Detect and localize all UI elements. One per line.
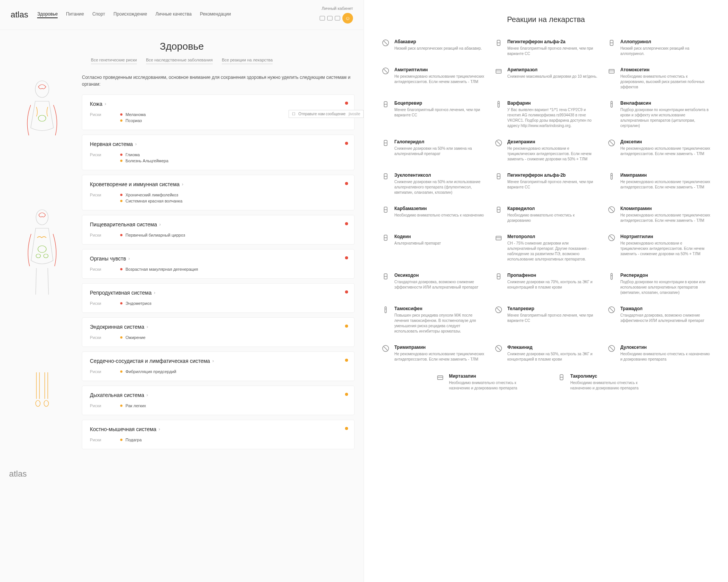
medication-item[interactable]: Атомоксетин Необходимо внимательно отнес… <box>607 67 711 90</box>
svg-rect-12 <box>496 69 501 73</box>
account-label[interactable]: Личный кабинет <box>322 6 353 11</box>
medication-item[interactable]: Доксепин Не рекомендовано использование … <box>607 139 711 162</box>
risk-item: Системная красная волчанка <box>120 199 182 203</box>
logo[interactable]: atlas <box>11 10 28 20</box>
medication-name: Дезипрамин <box>507 139 598 144</box>
medication-name: Телапревир <box>507 306 598 311</box>
medication-item[interactable]: Боцепревир Менее благоприятный прогноз л… <box>381 100 485 129</box>
medication-item[interactable]: Миртазапин Необходимо внимательно отнест… <box>436 373 535 391</box>
medication-icon <box>607 206 616 214</box>
medication-icon <box>494 273 503 281</box>
medication-name: Тамоксифен <box>394 306 485 311</box>
medication-item[interactable]: Кодеин Альтернативный препарат <box>381 234 485 262</box>
chevron-right-icon: › <box>146 392 148 398</box>
medication-item[interactable]: Галоперидол Снижение дозировки на 50% ил… <box>381 139 485 162</box>
medication-item[interactable]: Метопролол СН - 75% снижение дозировки и… <box>494 234 598 262</box>
medication-name: Галоперидол <box>394 139 485 144</box>
system-card[interactable]: Органы чувств› РискиВозрастная макулярна… <box>82 249 355 279</box>
risks-list: Фибрилляция предсердий <box>120 369 176 375</box>
severity-dot-icon <box>345 427 348 430</box>
risks-list: Эндометриоз <box>120 301 151 307</box>
medication-item[interactable]: Тримипрамин Не рекомендовано использован… <box>381 345 485 362</box>
system-card[interactable]: Костно-мышечная система› РискиПодагра <box>82 420 355 449</box>
nav-item-3[interactable]: Происхождение <box>113 11 147 18</box>
nav-item-2[interactable]: Спорт <box>92 11 105 18</box>
medication-icon <box>494 39 503 47</box>
medication-icon <box>607 139 616 147</box>
medication-item[interactable]: Карбамазепин Необходимо внимательно отне… <box>381 206 485 223</box>
card-title: Репродуктивная система› <box>90 290 347 296</box>
system-card[interactable]: Пищеварительная система› РискиПервичный … <box>82 215 355 245</box>
avatar[interactable]: ☺ <box>342 13 353 24</box>
system-card[interactable]: Нервная система› РискиГлиомаБолезнь Альц… <box>82 135 355 170</box>
medication-item[interactable]: Абакавир Низкий риск аллергических реакц… <box>381 39 485 56</box>
system-card[interactable]: Сердечно-сосудистая и лимфатическая сист… <box>82 351 355 381</box>
risk-item: Меланома <box>120 112 146 117</box>
medication-item[interactable]: Имипрамин Не рекомендовано использование… <box>607 173 711 195</box>
medication-item[interactable]: Такролимус Необходимо внимательно отнест… <box>557 373 656 391</box>
medication-name: Рисперидон <box>620 273 711 278</box>
medication-icon <box>494 173 503 181</box>
chevron-right-icon: › <box>146 324 148 329</box>
system-card[interactable]: Дыхательная система› РискиРак легких <box>82 386 355 415</box>
medication-item[interactable]: Аллопуринол Низкий риск аллергических ре… <box>607 39 711 56</box>
medication-icon <box>607 39 616 47</box>
medication-icon <box>607 100 616 109</box>
medication-item[interactable]: Кломипрамин Не рекомендовано использован… <box>607 206 711 223</box>
calendar-icon[interactable] <box>327 16 333 20</box>
device-icon[interactable] <box>320 16 325 20</box>
medication-icon <box>607 234 616 242</box>
subnav-item-1[interactable]: Все наследственные заболевания <box>146 58 213 64</box>
chat-icon[interactable] <box>335 16 340 20</box>
svg-rect-22 <box>611 173 612 179</box>
medication-description: Не рекомендовано использование трициклич… <box>620 179 711 190</box>
medication-item[interactable]: Трамадол Стандартная дозировка, возможно… <box>607 306 711 334</box>
medication-name: Аллопуринол <box>620 39 711 44</box>
medication-item[interactable]: Карведилол Необходимо внимательно отнест… <box>494 206 598 223</box>
chat-widget[interactable]: ☐ Отправьте нам сообщение jivosite <box>289 110 364 118</box>
medication-item[interactable]: Венлафаксин Подбор дозировки по концентр… <box>607 100 711 129</box>
risk-item: Хронический лимфолейкоз <box>120 193 182 197</box>
nav-item-4[interactable]: Личные качества <box>155 11 191 18</box>
svg-rect-16 <box>611 101 612 107</box>
medication-name: Тримипрамин <box>394 345 485 350</box>
medication-name: Трамадол <box>620 306 711 311</box>
medication-item[interactable]: Оксикодон Стандартная дозировка, возможн… <box>381 273 485 295</box>
medication-item[interactable]: Тамоксифен Повышен риск рецидива опухоли… <box>381 306 485 334</box>
medication-item[interactable]: Пегинтерферон альфа-2b Менее благоприятн… <box>494 173 598 195</box>
medication-description: Стандартная дозировка, возможно снижение… <box>394 279 485 290</box>
system-card[interactable]: Кроветворение и иммунная система› РискиХ… <box>82 175 355 210</box>
medication-item[interactable]: Пропафенон Снижение дозировки на 70%, ко… <box>494 273 598 295</box>
system-card[interactable]: Эндокринная система› РискиОжирение <box>82 317 355 347</box>
medication-item[interactable]: Дезипрамин Не рекомендовано использовани… <box>494 139 598 162</box>
nav-item-1[interactable]: Питание <box>66 11 84 18</box>
anatomy-top-icon <box>9 78 75 192</box>
medication-item[interactable]: Флекаинид Снижение дозировки на 50%, кон… <box>494 345 598 362</box>
medication-description: Не рекомендовано использование трициклич… <box>620 146 711 157</box>
chevron-right-icon: › <box>158 427 160 432</box>
medication-item[interactable]: Дулоксетин Необходимо внимательно отнест… <box>607 345 711 362</box>
svg-point-5 <box>44 254 48 258</box>
system-card[interactable]: Репродуктивная система› РискиЭндометриоз <box>82 283 355 313</box>
medication-item[interactable]: Нортриптилин Не рекомендовано использова… <box>607 234 711 262</box>
medication-item[interactable]: Зуклопентиксол Снижение дозировки на 50%… <box>381 173 485 195</box>
medication-item[interactable]: Пегинтерферон альфа-2а Менее благоприятн… <box>494 39 598 56</box>
medication-icon <box>607 306 616 314</box>
card-title: Нервная система› <box>90 141 347 147</box>
subnav-item-0[interactable]: Все генетические риски <box>91 58 137 64</box>
medication-description: Низкий риск аллергических реакций на алл… <box>620 46 711 56</box>
nav-item-0[interactable]: Здоровье <box>37 11 58 18</box>
medication-description: Необходимо внимательно отнестись к дозир… <box>620 74 711 90</box>
medication-item[interactable]: Рисперидон Подбор дозировки по концентра… <box>607 273 711 295</box>
medication-icon <box>381 234 390 242</box>
severity-dot-icon <box>345 325 348 328</box>
subnav-item-2[interactable]: Все реакции на лекарства <box>222 58 273 64</box>
nav-item-5[interactable]: Рекомендации <box>200 11 231 18</box>
medication-name: Имипрамин <box>620 173 711 178</box>
medication-item[interactable]: Телапревир Менее благоприятный прогноз л… <box>494 306 598 334</box>
medication-item[interactable]: Амитриптилин Не рекомендовано использова… <box>381 67 485 90</box>
medication-item[interactable]: Варфарин У Вас выявлен вариант *1/*1 ген… <box>494 100 598 129</box>
anatomy-illustrations: atlas <box>9 74 75 479</box>
severity-dot-icon <box>345 290 348 293</box>
medication-item[interactable]: Арипипразол Снижение максимальной дозиро… <box>494 67 598 90</box>
